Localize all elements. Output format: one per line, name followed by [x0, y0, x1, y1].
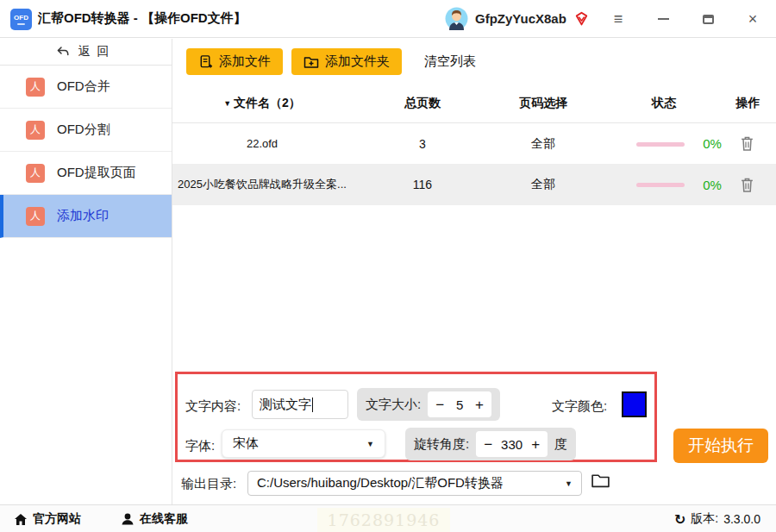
degree-unit-label: 度 [554, 436, 567, 453]
browse-folder-button[interactable] [591, 473, 610, 491]
trash-icon [741, 136, 754, 151]
text-color-label: 文字颜色: [552, 398, 607, 415]
column-header-pages: 总页数 [371, 84, 474, 122]
menu-icon[interactable]: ≡ [610, 11, 626, 27]
sidebar-item-label: OFD合并 [57, 78, 110, 95]
watermark-text-value: 测试文字 [260, 397, 311, 413]
rotation-angle-group: 旋转角度: − 330 + 度 [405, 428, 576, 460]
window-controls: ≡ × [610, 0, 760, 38]
add-folder-label: 添加文件夹 [325, 53, 390, 70]
online-support-link[interactable]: 在线客服 [121, 505, 188, 532]
table-row: 2025小吃餐饮品牌战略升级全案... 116 全部 0% [172, 164, 776, 205]
text-caret [312, 397, 313, 412]
maximize-icon[interactable] [700, 11, 716, 27]
angle-increase-button[interactable]: + [531, 437, 540, 452]
font-size-value: 5 [453, 397, 466, 412]
page-select-value: 全部 [491, 164, 595, 205]
column-header-page-select: 页码选择 [491, 84, 595, 122]
column-header-filename[interactable]: ▼ 文件名（2） [176, 84, 348, 122]
table-row: 22.ofd 3 全部 0% [172, 123, 776, 164]
pdf-file-icon: 人 [26, 121, 45, 140]
avatar [445, 7, 468, 30]
file-pages: 116 [371, 164, 474, 205]
file-name: 2025小吃餐饮品牌战略升级全案... [176, 164, 348, 205]
add-folder-button[interactable]: 添加文件夹 [291, 48, 402, 75]
column-header-status: 状态 [629, 84, 698, 122]
progress-percent: 0% [697, 123, 728, 164]
add-file-label: 添加文件 [219, 53, 271, 70]
page-select-value: 全部 [491, 123, 595, 164]
output-dir-label: 输出目录: [181, 476, 236, 492]
font-family-select[interactable]: 宋体 ▼ [222, 429, 385, 458]
trash-icon [741, 178, 754, 192]
document-plus-icon [198, 54, 213, 69]
clear-list-button[interactable]: 清空列表 [424, 53, 476, 70]
font-family-value: 宋体 [233, 435, 259, 452]
person-icon [121, 512, 135, 526]
back-arrow-icon [56, 45, 70, 59]
font-size-group: 文字大小: − 5 + [357, 388, 500, 421]
title-bar: OFD 汇帮OFD转换器 - 【操作OFD文件】 GfpZyYucX8ab ≡ … [0, 0, 776, 38]
official-website-link[interactable]: 官方网站 [14, 505, 81, 532]
watermark-text-input[interactable]: 测试文字 [252, 390, 348, 419]
version-number: 3.3.0.0 [723, 512, 760, 526]
back-button[interactable]: 返回 [0, 39, 172, 66]
folder-plus-icon [304, 55, 319, 69]
chevron-down-icon: ▼ [366, 440, 374, 448]
version-label: 版本: [691, 511, 718, 527]
pdf-file-icon: 人 [26, 207, 45, 226]
sidebar-item-label: OFD分割 [57, 122, 110, 138]
watermark-settings-panel: 文字内容: 测试文字 文字大小: − 5 + 文字颜色: 字体: 宋体 ▼ 旋转… [175, 372, 657, 462]
status-bar: 官方网站 在线客服 1762891946 ↻ 版本: 3.3.0.0 [0, 504, 776, 532]
table-header: ▼ 文件名（2） 总页数 页码选择 状态 操作 [172, 84, 776, 123]
app-logo-icon: OFD [10, 9, 32, 30]
font-label: 字体: [185, 438, 215, 454]
sidebar-item-ofd-split[interactable]: 人 OFD分割 [0, 109, 172, 152]
file-toolbar: 添加文件 添加文件夹 清空列表 [186, 48, 476, 75]
app-window: OFD 汇帮OFD转换器 - 【操作OFD文件】 GfpZyYucX8ab ≡ … [0, 0, 776, 532]
column-header-action: 操作 [729, 84, 767, 122]
home-icon [14, 513, 28, 526]
font-size-label: 文字大小: [366, 397, 421, 413]
back-label: 返回 [78, 44, 116, 59]
refresh-icon[interactable]: ↻ [674, 511, 685, 528]
close-icon[interactable]: × [745, 11, 760, 27]
license-watermark: 1762891946 [317, 508, 450, 532]
chevron-down-icon: ▼ [565, 479, 573, 488]
size-increase-button[interactable]: + [475, 397, 484, 412]
pdf-file-icon: 人 [26, 164, 45, 183]
minimize-icon[interactable] [655, 11, 671, 27]
sidebar-item-add-watermark[interactable]: 人 添加水印 [0, 195, 172, 238]
sidebar-item-ofd-merge[interactable]: 人 OFD合并 [0, 66, 172, 109]
sidebar-item-ofd-extract[interactable]: 人 OFD提取页面 [0, 152, 172, 195]
font-size-stepper: − 5 + [428, 391, 491, 417]
sidebar-item-label: OFD提取页面 [57, 165, 136, 181]
version-info: ↻ 版本: 3.3.0.0 [674, 505, 760, 532]
window-title: 汇帮OFD转换器 - 【操作OFD文件】 [38, 10, 247, 27]
text-content-label: 文字内容: [185, 398, 241, 415]
username: GfpZyYucX8ab [475, 11, 566, 26]
progress-percent: 0% [697, 164, 728, 205]
size-decrease-button[interactable]: − [435, 397, 444, 412]
file-name: 22.ofd [176, 123, 348, 164]
add-file-button[interactable]: 添加文件 [186, 48, 283, 75]
start-execute-button[interactable]: 开始执行 [673, 429, 768, 463]
user-account[interactable]: GfpZyYucX8ab [445, 7, 590, 30]
progress-bar [636, 142, 685, 147]
sort-icon: ▼ [223, 99, 231, 108]
progress-bar [636, 183, 685, 187]
delete-row-button[interactable] [735, 164, 758, 205]
pdf-file-icon: 人 [26, 78, 45, 97]
delete-row-button[interactable] [735, 123, 758, 164]
rotation-angle-stepper: − 330 + [476, 431, 548, 457]
app-logo-text: OFD [14, 15, 28, 22]
sidebar-item-label: 添加水印 [57, 208, 109, 224]
rotation-angle-value: 330 [501, 437, 523, 452]
output-dir-select[interactable]: C:/Users/huibang/Desktop/汇帮OFD转换器 ▼ [247, 471, 582, 496]
sidebar: 返回 人 OFD合并 人 OFD分割 人 OFD提取页面 人 添加水印 [0, 39, 172, 504]
angle-decrease-button[interactable]: − [484, 437, 492, 452]
color-picker-swatch[interactable] [622, 391, 647, 417]
vip-badge-icon [573, 10, 590, 27]
output-dir-path: C:/Users/huibang/Desktop/汇帮OFD转换器 [257, 475, 504, 491]
file-pages: 3 [371, 123, 474, 164]
